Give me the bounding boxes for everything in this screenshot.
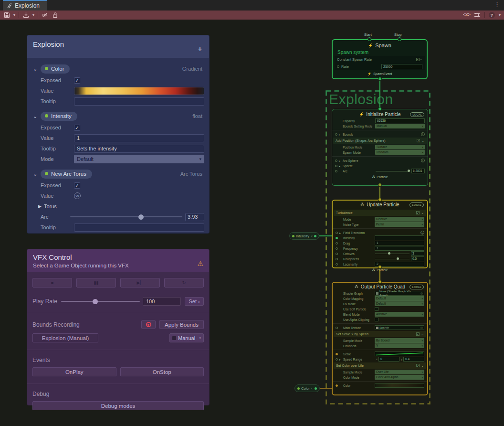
turbulence-block-header[interactable]: Turbulence ✓ ⌄	[334, 210, 426, 216]
stop-button[interactable]: ■	[32, 278, 72, 288]
onplay-button[interactable]: OnPlay	[32, 367, 116, 376]
help-dropdown-icon[interactable]: ▾	[499, 13, 501, 17]
intensity-parameter-node[interactable]: Intensity <	[289, 232, 319, 240]
foldout-icon[interactable]: ▸	[339, 231, 342, 234]
set-color-block-header[interactable]: Set Color over Life ✓ ⌄	[334, 362, 426, 369]
frequency-port[interactable]	[336, 247, 338, 250]
local-space-icon[interactable]: L	[421, 132, 425, 136]
arc-value-input[interactable]: 6.2831	[411, 169, 425, 173]
initialize-particle-node[interactable]: ⚡ Initialize Particle LOCAL Capacity 655…	[332, 109, 428, 186]
local-space-badge[interactable]: LOCAL	[410, 112, 424, 117]
edge-color-param[interactable]	[319, 388, 332, 389]
local-space-icon[interactable]: L	[420, 231, 424, 234]
exposed-checkbox[interactable]: ✓	[74, 182, 80, 189]
drag-port[interactable]	[336, 242, 338, 245]
step-button[interactable]: ▶▏	[120, 278, 160, 288]
start-port[interactable]	[368, 37, 371, 41]
slider-thumb[interactable]	[93, 299, 98, 304]
bounds-port[interactable]	[335, 133, 337, 136]
constant-spawn-rate-block[interactable]: Constant Spawn Rate ✓ ⌄ Rate 25000	[335, 56, 425, 70]
spawn-output-port[interactable]	[378, 77, 382, 81]
arc-value-input[interactable]: 3.93	[185, 213, 204, 221]
chevron-down-icon[interactable]: ⌄	[421, 332, 424, 336]
color-gradient-field[interactable]	[375, 383, 424, 388]
speed-range-port[interactable]	[336, 358, 338, 361]
gradient-value-field[interactable]	[74, 87, 204, 95]
drag-input[interactable]: 1	[375, 241, 424, 245]
arc-sphere-port[interactable]	[335, 160, 337, 162]
position-mode-dropdown[interactable]: Surface ▾	[375, 145, 425, 149]
alpha-clipping-checkbox[interactable]	[375, 318, 378, 321]
sample-mode-dropdown[interactable]: By Speed ▾	[375, 338, 424, 343]
local-space-icon[interactable]: L	[421, 159, 425, 162]
slider-thumb[interactable]	[408, 170, 410, 172]
color-port[interactable]	[336, 384, 338, 387]
tooltip-input[interactable]: Sets the intensity	[74, 145, 204, 153]
set-scale-block-header[interactable]: Set Scale.Y by Speed ✓ ⌄	[334, 331, 426, 337]
initialize-output-port[interactable]	[378, 183, 382, 187]
local-space-badge[interactable]: LOCAL	[410, 285, 424, 289]
block-enabled-checkbox[interactable]: ✓	[417, 139, 420, 142]
compile-icon[interactable]	[22, 11, 29, 19]
bounds-mode-dropdown[interactable]: Manual ▾	[375, 124, 425, 128]
bounds-target-button[interactable]: Explosion (Manual)	[32, 333, 98, 342]
lock-icon[interactable]	[52, 11, 58, 19]
speed-range-x-input[interactable]: 0	[378, 357, 399, 362]
intensity-input[interactable]	[375, 235, 424, 240]
onstop-button[interactable]: OnStop	[120, 367, 204, 376]
intensity-port[interactable]	[336, 237, 338, 239]
param-pill-arc-torus[interactable]: New Arc Torus	[41, 170, 92, 179]
blackboard-header[interactable]: Explosion +	[27, 35, 209, 58]
sphere-port[interactable]	[335, 165, 337, 167]
lacunarity-port[interactable]	[336, 263, 338, 266]
set-play-rate-button[interactable]: Set ▾	[185, 297, 204, 306]
foldout-icon[interactable]: ▸	[339, 159, 341, 162]
param-pill-intensity[interactable]: Intensity	[41, 112, 77, 121]
foldout-icon[interactable]: ▸	[339, 164, 341, 168]
local-space-badge[interactable]: LOCAL	[410, 202, 424, 207]
arc-slider[interactable]	[70, 213, 182, 221]
object-picker-icon[interactable]: ◎	[420, 291, 423, 295]
restart-button[interactable]: ↻	[164, 278, 204, 288]
blend-mode-dropdown[interactable]: Additive ▾	[375, 312, 424, 317]
vfx-control-header[interactable]: VFX Control Select a Game Object running…	[27, 249, 209, 272]
collapse-icon[interactable]: <	[311, 234, 313, 238]
lacunarity-input[interactable]: 2	[375, 262, 424, 266]
roughness-port[interactable]	[336, 258, 338, 260]
window-menu-icon[interactable]: ⋮	[494, 1, 500, 8]
chevron-down-icon[interactable]: ⌄	[421, 364, 424, 368]
arc-slider[interactable]	[376, 169, 410, 173]
chevron-down-icon[interactable]: ⌄	[421, 139, 424, 143]
exposed-checkbox[interactable]: ✓	[74, 125, 80, 131]
tooltip-input[interactable]	[74, 224, 204, 232]
update-output-port[interactable]	[378, 265, 382, 269]
color-output-port[interactable]	[315, 387, 317, 390]
pause-button[interactable]: ▮▮	[76, 278, 116, 288]
play-rate-input[interactable]: 100	[143, 297, 181, 306]
chevron-down-icon[interactable]: ⌄	[33, 171, 41, 177]
color-mapping-dropdown[interactable]: Default ▾	[375, 296, 424, 301]
add-position-block-header[interactable]: Add Position (Shape: Arc Sphere) ✓ ⌄	[333, 138, 427, 144]
slider-thumb[interactable]	[388, 252, 390, 255]
block-enabled-checkbox[interactable]: ✓	[416, 211, 420, 214]
world-space-icon[interactable]: W	[74, 192, 81, 199]
soft-particle-checkbox[interactable]	[375, 307, 378, 311]
edge-spawn-to-initialize[interactable]	[379, 79, 380, 110]
initialize-input-port[interactable]	[378, 107, 382, 111]
scale-curve-field[interactable]	[375, 351, 424, 356]
intensity-output-port[interactable]	[314, 235, 316, 237]
spawn-node[interactable]: ⚡ Spawn Spawn system Constant Spawn Rate…	[332, 39, 428, 79]
spawn-mode-dropdown[interactable]: Random ▾	[375, 150, 425, 155]
value-input[interactable]: 1	[74, 134, 204, 142]
record-bounds-button[interactable]	[141, 320, 156, 329]
chevron-down-icon[interactable]: ⌄	[33, 66, 41, 72]
eye-off-icon[interactable]	[42, 11, 48, 19]
add-parameter-button[interactable]: +	[198, 45, 202, 53]
apply-bounds-button[interactable]: Apply Bounds	[159, 320, 204, 329]
play-rate-slider[interactable]	[61, 297, 140, 306]
save-dropdown-icon[interactable]: ▾	[13, 13, 15, 17]
capacity-input[interactable]: 65536	[375, 118, 425, 123]
color-sample-mode-dropdown[interactable]: Over Life ▾	[375, 370, 424, 374]
output-particle-quad-node[interactable]: ⁂ Output Particle Quad LOCAL Shader Grap…	[332, 282, 428, 395]
octaves-slider[interactable]	[375, 251, 410, 256]
